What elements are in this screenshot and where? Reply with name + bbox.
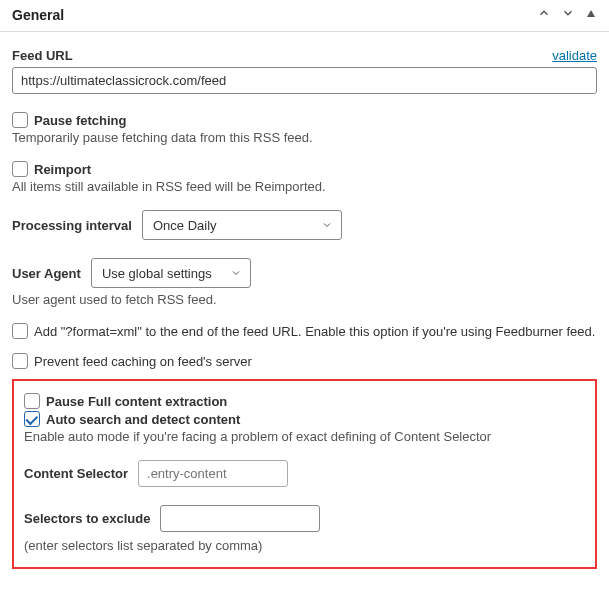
auto-search-row: Auto search and detect content	[24, 411, 585, 427]
processing-interval-value: Once Daily	[143, 218, 247, 233]
auto-search-label: Auto search and detect content	[46, 412, 240, 427]
format-xml-checkbox[interactable]	[12, 323, 28, 339]
format-xml-row: Add "?format=xml" to the end of the feed…	[12, 323, 597, 339]
auto-search-checkbox[interactable]	[24, 411, 40, 427]
pause-fetching-label: Pause fetching	[34, 113, 126, 128]
processing-interval-select[interactable]: Once Daily	[142, 210, 342, 240]
user-agent-value: Use global settings	[92, 266, 242, 281]
collapse-toggle-icon[interactable]	[585, 7, 597, 22]
pause-full-content-checkbox[interactable]	[24, 393, 40, 409]
reimport-label: Reimport	[34, 162, 91, 177]
content-extraction-box: Pause Full content extraction Auto searc…	[12, 379, 597, 569]
user-agent-row: User Agent Use global settings	[12, 258, 597, 288]
selectors-exclude-input[interactable]	[160, 505, 320, 532]
user-agent-label: User Agent	[12, 266, 81, 281]
processing-interval-label: Processing interval	[12, 218, 132, 233]
move-down-icon[interactable]	[561, 6, 575, 23]
reimport-row: Reimport	[12, 161, 597, 177]
feed-url-label: Feed URL	[12, 48, 73, 63]
prevent-caching-label: Prevent feed caching on feed's server	[34, 354, 252, 369]
move-up-icon[interactable]	[537, 6, 551, 23]
pause-fetching-row: Pause fetching	[12, 112, 597, 128]
reimport-helper: All items still available in RSS feed wi…	[12, 179, 597, 194]
panel-body: Feed URL validate Pause fetching Tempora…	[0, 32, 609, 589]
user-agent-select[interactable]: Use global settings	[91, 258, 251, 288]
pause-fetching-helper: Temporarily pause fetching data from thi…	[12, 130, 597, 145]
svg-marker-0	[587, 10, 595, 17]
prevent-caching-checkbox[interactable]	[12, 353, 28, 369]
validate-link[interactable]: validate	[552, 48, 597, 63]
content-selector-label: Content Selector	[24, 466, 128, 481]
content-selector-input[interactable]	[138, 460, 288, 487]
selectors-exclude-helper: (enter selectors list separated by comma…	[24, 538, 585, 553]
pause-full-content-label: Pause Full content extraction	[46, 394, 227, 409]
auto-search-helper: Enable auto mode if you're facing a prob…	[24, 429, 585, 444]
processing-interval-row: Processing interval Once Daily	[12, 210, 597, 240]
panel-controls	[537, 6, 597, 23]
reimport-checkbox[interactable]	[12, 161, 28, 177]
pause-full-content-row: Pause Full content extraction	[24, 393, 585, 409]
user-agent-helper: User agent used to fetch RSS feed.	[12, 292, 597, 307]
chevron-down-icon	[321, 219, 333, 231]
prevent-caching-row: Prevent feed caching on feed's server	[12, 353, 597, 369]
content-selector-row: Content Selector	[24, 460, 585, 487]
panel-header: General	[0, 0, 609, 32]
format-xml-label: Add "?format=xml" to the end of the feed…	[34, 324, 595, 339]
pause-fetching-checkbox[interactable]	[12, 112, 28, 128]
feed-url-input[interactable]	[12, 67, 597, 94]
selectors-exclude-label: Selectors to exclude	[24, 511, 150, 526]
panel-title: General	[12, 7, 64, 23]
selectors-exclude-row: Selectors to exclude	[24, 505, 585, 532]
feed-url-header: Feed URL validate	[12, 48, 597, 63]
